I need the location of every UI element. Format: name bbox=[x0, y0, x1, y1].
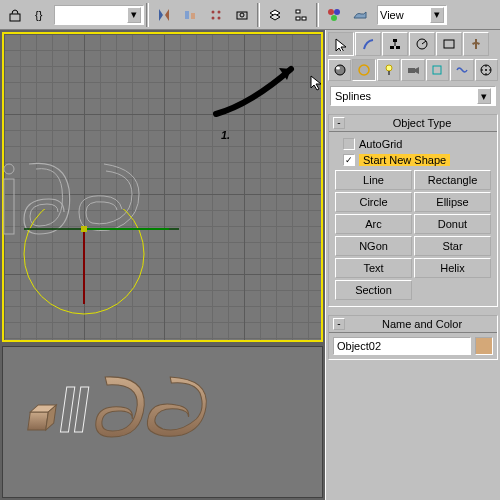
svg-rect-26 bbox=[28, 412, 49, 430]
dropdown-arrow-icon: ▾ bbox=[477, 88, 491, 104]
tool-selection-lock[interactable] bbox=[3, 3, 27, 27]
command-panel: Splines ▾ - Object Type AutoGrid ✓ Start… bbox=[325, 30, 500, 500]
svg-rect-30 bbox=[390, 46, 394, 49]
checkbox-checked-icon: ✓ bbox=[343, 154, 355, 166]
tab-display[interactable] bbox=[436, 32, 462, 56]
named-selection-combo[interactable]: ▾ bbox=[54, 5, 144, 25]
tab-motion[interactable] bbox=[409, 32, 435, 56]
cat-cameras[interactable] bbox=[401, 59, 424, 81]
autogrid-row[interactable]: AutoGrid bbox=[333, 136, 493, 152]
svg-point-39 bbox=[386, 65, 392, 71]
viewport-perspective[interactable] bbox=[2, 346, 323, 498]
subcategory-combo[interactable]: Splines ▾ bbox=[330, 86, 496, 106]
rollout-object-type: - Object Type AutoGrid ✓ Start New Shape… bbox=[328, 114, 498, 307]
cat-lights[interactable] bbox=[377, 59, 400, 81]
subcategory-label: Splines bbox=[335, 90, 371, 102]
svg-rect-2 bbox=[185, 11, 189, 19]
startnewshape-row[interactable]: ✓ Start New Shape bbox=[333, 152, 493, 168]
tool-render[interactable] bbox=[348, 3, 372, 27]
svg-rect-29 bbox=[393, 39, 397, 42]
svg-point-44 bbox=[485, 69, 487, 71]
main-toolbar: {} ▾ View▾ bbox=[0, 0, 500, 30]
btn-rectangle[interactable]: Rectangle bbox=[414, 170, 491, 190]
tool-layers[interactable] bbox=[263, 3, 287, 27]
primitive-buttons: Line Rectangle Circle Ellipse Arc Donut … bbox=[333, 168, 493, 302]
svg-line-34 bbox=[422, 41, 426, 44]
rollout-title: Object Type bbox=[351, 117, 493, 129]
collapse-icon: - bbox=[333, 117, 345, 129]
svg-rect-19 bbox=[4, 179, 14, 234]
svg-rect-41 bbox=[408, 68, 415, 73]
btn-donut[interactable]: Donut bbox=[414, 214, 491, 234]
cat-systems[interactable] bbox=[475, 59, 498, 81]
btn-circle[interactable]: Circle bbox=[335, 192, 412, 212]
svg-rect-35 bbox=[444, 40, 454, 48]
tab-create[interactable] bbox=[328, 32, 354, 56]
tool-array[interactable] bbox=[204, 3, 228, 27]
btn-ellipse[interactable]: Ellipse bbox=[414, 192, 491, 212]
svg-point-7 bbox=[218, 16, 221, 19]
rollout-header[interactable]: - Object Type bbox=[329, 115, 497, 132]
rollout-header[interactable]: - Name and Color bbox=[329, 316, 497, 333]
svg-rect-3 bbox=[191, 13, 195, 19]
svg-point-13 bbox=[328, 9, 334, 15]
svg-rect-28 bbox=[74, 387, 88, 432]
svg-rect-0 bbox=[10, 14, 20, 21]
svg-rect-11 bbox=[296, 17, 300, 20]
dropdown-arrow-icon: ▾ bbox=[127, 7, 141, 23]
cat-geometry[interactable] bbox=[328, 59, 351, 81]
collapse-icon: - bbox=[333, 318, 345, 330]
view-combo[interactable]: View▾ bbox=[377, 5, 447, 25]
svg-rect-42 bbox=[433, 66, 441, 74]
dropdown-arrow-icon: ▾ bbox=[430, 7, 444, 23]
cat-helpers[interactable] bbox=[426, 59, 449, 81]
color-swatch[interactable] bbox=[475, 337, 493, 355]
btn-section[interactable]: Section bbox=[335, 280, 412, 300]
tab-hierarchy[interactable] bbox=[382, 32, 408, 56]
svg-point-4 bbox=[212, 10, 215, 13]
tool-schematic[interactable] bbox=[289, 3, 313, 27]
tool-snapshot[interactable] bbox=[230, 3, 254, 27]
viewport-top[interactable]: 1. bbox=[2, 32, 323, 342]
tool-align[interactable] bbox=[178, 3, 202, 27]
btn-line[interactable]: Line bbox=[335, 170, 412, 190]
tab-utilities[interactable] bbox=[463, 32, 489, 56]
svg-rect-24 bbox=[81, 226, 87, 232]
panel-tabs bbox=[326, 30, 500, 58]
btn-ngon[interactable]: NGon bbox=[335, 236, 412, 256]
create-category-row bbox=[326, 58, 500, 82]
object-name-input[interactable]: Object02 bbox=[333, 337, 471, 355]
rollout-title: Name and Color bbox=[351, 318, 493, 330]
svg-point-14 bbox=[334, 9, 340, 15]
btn-text[interactable]: Text bbox=[335, 258, 412, 278]
svg-point-5 bbox=[218, 10, 221, 13]
tool-named-sel[interactable]: {} bbox=[29, 3, 53, 27]
svg-point-9 bbox=[240, 13, 244, 17]
svg-point-15 bbox=[331, 15, 337, 21]
cursor-icon bbox=[309, 74, 327, 92]
tool-mirror[interactable] bbox=[152, 3, 176, 27]
svg-point-17 bbox=[4, 164, 14, 174]
rollout-name-color: - Name and Color Object02 bbox=[328, 315, 498, 360]
svg-rect-27 bbox=[60, 387, 74, 432]
view-label: View bbox=[380, 9, 404, 21]
btn-arc[interactable]: Arc bbox=[335, 214, 412, 234]
svg-rect-12 bbox=[302, 17, 306, 20]
gizmo-circle bbox=[19, 209, 179, 329]
startnewshape-label: Start New Shape bbox=[359, 154, 450, 166]
btn-helix[interactable]: Helix bbox=[414, 258, 491, 278]
svg-point-37 bbox=[336, 67, 340, 70]
perspective-3d-text bbox=[3, 347, 322, 497]
btn-star[interactable]: Star bbox=[414, 236, 491, 256]
checkbox-icon bbox=[343, 138, 355, 150]
svg-point-38 bbox=[359, 65, 369, 75]
svg-point-6 bbox=[212, 16, 215, 19]
svg-rect-31 bbox=[396, 46, 400, 49]
svg-rect-10 bbox=[296, 10, 300, 13]
cat-shapes[interactable] bbox=[352, 59, 375, 81]
tool-material[interactable] bbox=[322, 3, 346, 27]
tab-modify[interactable] bbox=[355, 32, 381, 56]
svg-point-36 bbox=[335, 65, 345, 75]
viewport-area: 1. bbox=[0, 30, 325, 500]
cat-spacewarps[interactable] bbox=[450, 59, 473, 81]
